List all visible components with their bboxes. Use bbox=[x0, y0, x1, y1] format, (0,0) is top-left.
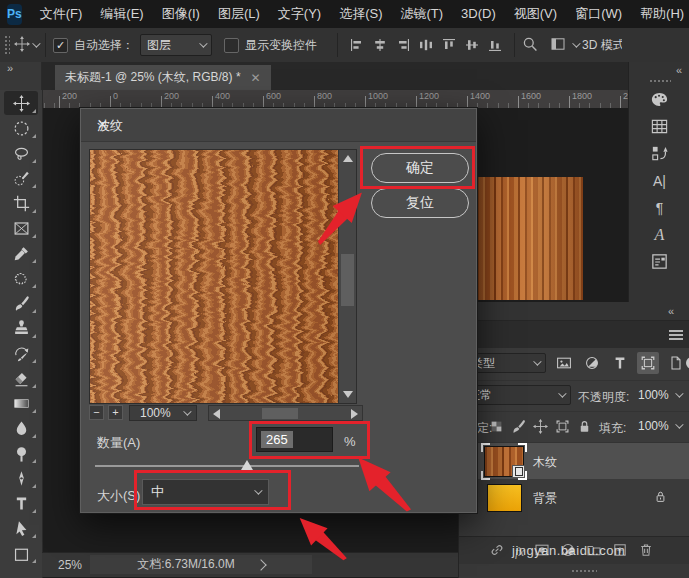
auto-select-checkbox[interactable]: ✓ bbox=[53, 38, 68, 53]
chevron-down-icon bbox=[558, 389, 566, 397]
panel-menu-icon[interactable] bbox=[669, 330, 683, 340]
lock-transparent-icon[interactable] bbox=[489, 419, 504, 434]
chevron-down-icon[interactable] bbox=[572, 39, 580, 47]
slider-thumb[interactable] bbox=[241, 460, 253, 470]
search-icon[interactable] bbox=[522, 36, 540, 54]
eyedropper-tool[interactable] bbox=[4, 241, 38, 265]
menu-item[interactable]: 编辑(E) bbox=[91, 0, 152, 28]
scroll-down-icon[interactable] bbox=[343, 391, 353, 398]
layer-thumbnail[interactable] bbox=[487, 484, 522, 512]
preview-zoom-dropdown[interactable]: 100% bbox=[129, 405, 197, 421]
lock-artboard-icon[interactable] bbox=[555, 419, 570, 434]
dialog-close-icon[interactable]: ✕ bbox=[97, 117, 464, 132]
align-right-icon[interactable] bbox=[395, 37, 411, 53]
layer-name[interactable]: 木纹 bbox=[533, 454, 557, 471]
frame-tool[interactable] bbox=[4, 216, 38, 240]
menu-item[interactable]: 3D(D) bbox=[452, 0, 505, 28]
link-icon[interactable] bbox=[489, 542, 505, 560]
move-tool[interactable] bbox=[4, 91, 38, 115]
menu-item[interactable]: 选择(S) bbox=[330, 0, 391, 28]
clone-stamp-tool[interactable] bbox=[4, 316, 38, 340]
menu-item[interactable]: 文件(F) bbox=[31, 0, 92, 28]
align-center-h-icon[interactable] bbox=[372, 37, 388, 53]
preview-image[interactable] bbox=[90, 150, 339, 403]
type-tool[interactable] bbox=[4, 491, 38, 515]
lasso-tool[interactable] bbox=[4, 141, 38, 165]
scroll-left-icon[interactable] bbox=[213, 409, 220, 419]
lock-position-icon[interactable] bbox=[533, 419, 548, 434]
3d-mode-label: 3D 模式 bbox=[582, 37, 622, 54]
align-top-icon[interactable] bbox=[441, 37, 457, 53]
distribute-centers-icon[interactable] bbox=[418, 37, 434, 53]
color-panel-icon[interactable] bbox=[643, 86, 677, 113]
path-selection-tool[interactable] bbox=[4, 516, 38, 540]
menu-item[interactable]: 滤镜(T) bbox=[392, 0, 453, 28]
lock-all-icon[interactable] bbox=[577, 419, 592, 434]
fill-label: 填充: bbox=[599, 420, 626, 437]
quick-selection-tool[interactable] bbox=[4, 166, 38, 190]
scrollbar-thumb[interactable] bbox=[341, 254, 354, 306]
dodge-tool[interactable] bbox=[4, 441, 38, 465]
blend-mode-dropdown[interactable]: 正常 bbox=[463, 385, 571, 405]
menu-item[interactable]: 图层(L) bbox=[209, 0, 269, 28]
zoom-in-button[interactable]: + bbox=[108, 405, 123, 420]
align-middle-icon[interactable] bbox=[464, 37, 480, 53]
menu-item[interactable]: 窗口(W) bbox=[566, 0, 631, 28]
reset-button[interactable]: 复位 bbox=[371, 188, 469, 218]
collapse-panels-button[interactable]: « bbox=[629, 62, 689, 78]
preview-horizontal-scrollbar[interactable] bbox=[208, 405, 363, 421]
align-left-icon[interactable] bbox=[349, 37, 365, 53]
filter-shape-icon[interactable] bbox=[637, 352, 659, 374]
delete-icon[interactable] bbox=[638, 542, 654, 560]
move-tool-options-icon bbox=[14, 36, 32, 54]
dialog-title-bar[interactable]: 波纹 ✕ bbox=[81, 109, 476, 142]
filter-type-icon[interactable] bbox=[609, 352, 631, 374]
paragraph-panel-icon[interactable]: ¶ bbox=[643, 194, 677, 221]
glyphs-panel-icon[interactable]: A bbox=[643, 221, 677, 248]
layer-name[interactable]: 背景 bbox=[533, 490, 557, 507]
fill-field[interactable]: 100% bbox=[638, 416, 688, 436]
properties-panel-icon[interactable] bbox=[643, 248, 677, 275]
auto-select-target-dropdown[interactable]: 图层 bbox=[140, 34, 212, 56]
patch-tool[interactable] bbox=[4, 266, 38, 290]
close-tab-icon[interactable]: ✕ bbox=[251, 71, 261, 85]
blur-tool[interactable] bbox=[4, 416, 38, 440]
layer-thumbnail[interactable] bbox=[484, 446, 524, 477]
opacity-field[interactable]: 100% bbox=[638, 385, 688, 405]
layer-row[interactable]: 木纹 bbox=[459, 443, 689, 479]
toolbar-collapse-header[interactable]: » bbox=[0, 62, 42, 90]
gradient-tool[interactable] bbox=[4, 391, 38, 415]
rectangle-tool[interactable] bbox=[4, 541, 38, 565]
crop-tool[interactable] bbox=[4, 191, 38, 215]
zoom-out-button[interactable]: − bbox=[89, 405, 104, 420]
brush-tool[interactable] bbox=[4, 291, 38, 315]
lock-pixels-icon[interactable] bbox=[511, 419, 526, 434]
history-brush-tool[interactable] bbox=[4, 341, 38, 365]
marquee-tool[interactable] bbox=[4, 116, 38, 140]
layer-comps-panel-icon[interactable] bbox=[643, 140, 677, 167]
filter-smart-object-icon[interactable] bbox=[665, 352, 687, 374]
chevron-down-icon[interactable] bbox=[32, 39, 40, 47]
show-transform-checkbox[interactable] bbox=[224, 38, 239, 53]
swatches-panel-icon[interactable] bbox=[643, 113, 677, 140]
filter-adjustment-icon[interactable] bbox=[581, 352, 603, 374]
document-tab[interactable]: 未标题-1 @ 25% (木纹, RGB/8) * ✕ bbox=[55, 65, 271, 90]
document-info[interactable]: 文档:6.73M/16.0M bbox=[90, 555, 312, 574]
collapse-panel-button[interactable]: « bbox=[459, 302, 689, 321]
document-image[interactable] bbox=[477, 177, 583, 300]
zoom-level[interactable]: 25% bbox=[58, 558, 82, 572]
scroll-up-icon[interactable] bbox=[343, 155, 353, 162]
filter-image-icon[interactable] bbox=[553, 352, 575, 374]
scrollbar-thumb[interactable] bbox=[262, 408, 298, 419]
character-panel-icon[interactable]: A| bbox=[643, 167, 677, 194]
layer-row[interactable]: 背景 bbox=[459, 479, 689, 515]
align-bottom-icon[interactable] bbox=[487, 37, 503, 53]
menu-item[interactable]: 帮助(H) bbox=[631, 0, 689, 28]
menu-item[interactable]: 文字(Y) bbox=[269, 0, 330, 28]
eraser-tool[interactable] bbox=[4, 366, 38, 390]
pen-tool[interactable] bbox=[4, 466, 38, 490]
menu-item[interactable]: 视图(V) bbox=[505, 0, 566, 28]
workspace-icon[interactable] bbox=[550, 36, 568, 54]
menu-item[interactable]: 图像(I) bbox=[153, 0, 209, 28]
scroll-right-icon[interactable] bbox=[351, 409, 358, 419]
